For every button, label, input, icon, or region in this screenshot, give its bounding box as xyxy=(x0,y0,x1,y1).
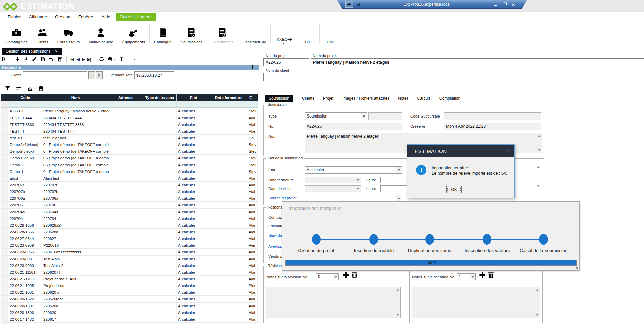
table-row[interactable]: 220704220704À calculerAlai xyxy=(1,215,258,222)
table-row[interactable]: TESTTT220404 TESTTTTÀ calculerAlai xyxy=(1,128,258,135)
table-row[interactable]: Demo 10 - Projet démo (de TAKEOFF à comp… xyxy=(1,168,258,175)
type-extra-input[interactable] xyxy=(368,112,402,120)
table-row[interactable]: 22-0623-0955220616azzzzzzzzzzzzÀ calcule… xyxy=(1,249,258,256)
table-row[interactable] xyxy=(1,323,258,324)
toolbar-button-takeoff[interactable]: TAKEOFF▼ xyxy=(271,21,296,46)
pin-icon[interactable] xyxy=(250,65,255,70)
column-header-code[interactable]: Code▴ xyxy=(8,94,42,101)
menu-item-gestion[interactable]: Gestion xyxy=(51,13,74,21)
add-record-button[interactable] xyxy=(15,56,21,62)
etat-select[interactable]: À calculer xyxy=(305,166,402,174)
table-row[interactable]: 220704s220704sÀ calculerAlai xyxy=(1,209,258,215)
column-header-row-selector[interactable] xyxy=(1,94,8,101)
chevron-down-icon[interactable] xyxy=(396,195,401,201)
table-row[interactable]: 22-0620-1322220620testÀ calculerAlai xyxy=(1,296,258,303)
created-input[interactable]: Mon 4 Apr 2022 21:23 xyxy=(444,123,541,130)
scroll-down-icon[interactable] xyxy=(537,185,540,187)
print-list-button[interactable] xyxy=(38,85,44,92)
clear-filter-button[interactable] xyxy=(15,85,22,92)
client-name-input[interactable] xyxy=(263,73,644,81)
nav-last-button[interactable]: ▶| xyxy=(87,57,91,62)
table-row[interactable]: 22-0621-1005Projet démoÀ calculerPier xyxy=(1,282,258,289)
table-row[interactable]: TESTTT 3333220404 TESTTTT 3333À calculer… xyxy=(1,121,258,128)
column-header-type-de-travaux[interactable]: Type de travaux xyxy=(143,94,177,101)
date-fermeture-select[interactable] xyxy=(305,177,361,183)
table-header[interactable]: Code▴NomAdresseType de travauxÉtatDate f… xyxy=(1,94,258,101)
tab-soumission[interactable]: Soumission xyxy=(265,95,293,102)
table-row[interactable]: Demo2>1(vieux)0 - Projet démo (de TAKEOF… xyxy=(1,141,258,148)
tab-clients[interactable]: Clients xyxy=(302,96,314,101)
chart-button[interactable] xyxy=(27,85,33,92)
refresh-button[interactable] xyxy=(99,56,105,62)
toolbar-button-catalogue[interactable]: Catalogue xyxy=(150,21,175,46)
revision-notes-textarea[interactable] xyxy=(266,287,401,318)
column-header-tat[interactable]: État xyxy=(177,94,210,101)
table-row[interactable]: Demo1(vieux)0 - Projet démo (de TAKEOFF … xyxy=(1,155,258,161)
chevron-down-icon[interactable] xyxy=(396,167,401,173)
source-projet-select[interactable] xyxy=(305,195,402,202)
toolbar-button-constructbuy[interactable]: ConstructBuy xyxy=(239,21,270,46)
table-row[interactable]: 220706220706À calculerAlai xyxy=(1,202,258,209)
toolbar-button-soumissions[interactable]: Soumissions xyxy=(177,21,206,46)
scroll-up-icon[interactable] xyxy=(537,166,540,168)
menu-item-affichage[interactable]: Affichage xyxy=(25,13,51,21)
tab-calculs[interactable]: Calculs xyxy=(417,96,431,101)
type-select[interactable]: Soumission xyxy=(305,112,367,120)
tab-gestion-des-soumissions[interactable]: Gestion des soumissions × xyxy=(2,48,62,55)
source-projet-link[interactable]: Source du projet xyxy=(268,196,296,200)
browse-button[interactable]: ... xyxy=(88,71,95,79)
ok-button[interactable]: OK xyxy=(446,186,462,193)
chevron-down-icon[interactable] xyxy=(470,274,475,279)
table-row[interactable]: 22-0628-1656220628a2À calculerAlai xyxy=(1,222,258,229)
toolbar-button-commandes[interactable]: Commandes xyxy=(208,21,237,46)
add-scenario-button[interactable] xyxy=(478,270,487,280)
scroll-down-icon[interactable] xyxy=(538,149,541,151)
table-row[interactable]: 22-0623-0959P220616À calculerPier xyxy=(1,242,258,249)
close-icon[interactable]: × xyxy=(506,147,510,154)
table-row[interactable]: Demo 20 - Projet démo (de TAKEOFF complé… xyxy=(1,161,258,168)
table-row[interactable]: 22-0617-1432220617À calculerAlai xyxy=(1,316,258,323)
table-row[interactable]: 22-0621-1001220620 aÀ calculerAlai xyxy=(1,289,258,296)
filter-row[interactable] xyxy=(1,101,258,108)
table-row[interactable]: Demo2(vieux)0 - Projet démo (de TAKEOFF … xyxy=(1,148,258,155)
toolbar-button-clients[interactable]: Clients xyxy=(33,21,52,46)
takeoff-menu-button[interactable]: ▼ xyxy=(127,56,136,62)
column-header-e[interactable]: E xyxy=(247,94,258,101)
tab-images-fichiers-attach-s[interactable]: Images / Fichiers attachés xyxy=(342,96,389,101)
resize-grip[interactable] xyxy=(577,268,578,269)
scroll-down-icon[interactable] xyxy=(536,314,539,316)
table-row[interactable]: 22-0623-0001Test AlainÀ calculerAlai xyxy=(1,256,258,262)
tab-notes[interactable]: Notes xyxy=(398,96,408,101)
table-row[interactable]: 22-0628-1655220628aÀ calculerAlai xyxy=(1,229,258,235)
scenario-notes-textarea[interactable] xyxy=(412,287,540,318)
toolbar-button-bid[interactable]: BID xyxy=(298,21,319,46)
table-row[interactable]: 22-0620-1307220620aÀ calculerAlai xyxy=(1,303,258,309)
table-row[interactable]: 220706a220706aÀ calculerAlai xyxy=(1,195,258,202)
menu-item-fen-tre[interactable]: Fenêtre xyxy=(75,13,97,21)
project-name-value[interactable]: Pierre Tanguay | Maison neuve 2 étages xyxy=(311,58,644,66)
edit-record-button[interactable] xyxy=(32,56,37,62)
toolbar-button-main-d-oeuvre[interactable]: Main-d'oeuvre xyxy=(85,21,117,46)
scroll-up-icon[interactable] xyxy=(536,289,539,291)
nav-next-button[interactable]: ▶ xyxy=(82,57,85,62)
clear-button[interactable]: X xyxy=(96,71,103,79)
table-row[interactable]: 220707b220707bÀ calculerAlai xyxy=(1,188,258,195)
scroll-down-icon[interactable] xyxy=(396,314,399,316)
tab-projet[interactable]: Projet xyxy=(323,96,333,101)
add-revision-button[interactable] xyxy=(341,270,350,280)
table-row[interactable]: 22-0627-0844220627À calculerAlai xyxy=(1,235,258,242)
table-row[interactable]: 22-0623-0000Test Alain 2À calculerAlai xyxy=(1,262,258,269)
table-row[interactable]: 22-0621-1103Projet démo aLAINÀ calculerA… xyxy=(1,276,258,282)
filter-button[interactable] xyxy=(4,85,11,92)
close-button[interactable]: × xyxy=(511,2,516,7)
project-no-value[interactable]: X22-026 xyxy=(263,58,309,66)
menu-item-guide-utilisateur[interactable]: Guide Utilisateur xyxy=(116,13,156,21)
scenario-no-select[interactable]: 1 xyxy=(457,273,476,280)
table-row[interactable]: test101testColonnesÀ calculerCol xyxy=(1,135,258,141)
nav-prev-button[interactable]: ◀ xyxy=(77,57,79,62)
export-button[interactable] xyxy=(119,56,124,62)
close-view-button[interactable] xyxy=(1,56,7,62)
chevron-down-icon[interactable] xyxy=(361,113,366,119)
scroll-up-icon[interactable] xyxy=(396,289,399,291)
table-row[interactable]: X22-026Pierre Tanguay | Maison neuve 2 é… xyxy=(1,108,258,114)
